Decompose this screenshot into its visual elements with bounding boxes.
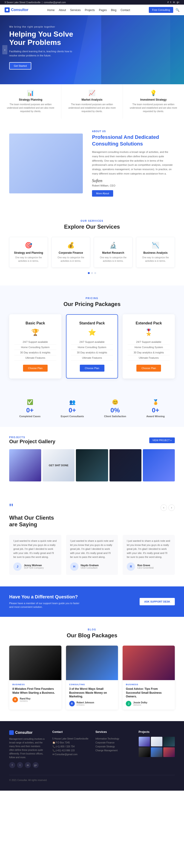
pricing-extended-f1: 24/7 Support available (127, 339, 170, 345)
service-strategy: 🎯 Strategy and Planning One way to categ… (9, 237, 48, 268)
nav-projects[interactable]: Projects (85, 8, 95, 12)
gallery-img-2[interactable]: GET SHIT DONE (42, 449, 75, 482)
investment-icon: 💡 (126, 90, 180, 96)
footer-email: ✉ Consultar@gmail.com (52, 752, 89, 756)
blog-post-3-content: Business Good Advice: Tips From Successf… (122, 680, 175, 710)
stat-consultants-label: Expert Consultants (61, 415, 84, 417)
blog-post-3[interactable]: Business Good Advice: Tips From Successf… (122, 646, 175, 710)
footer-social-fb[interactable]: f (9, 762, 15, 768)
stat-awards: 🏅 0+ Award Winning (146, 399, 165, 417)
footer-gallery (139, 737, 175, 757)
gallery-img-3[interactable] (76, 449, 108, 482)
footer-service-link-3[interactable]: Corporate Strategy (96, 745, 132, 748)
blog-post-3-tag: Business (126, 683, 172, 686)
blog-post-1-avatar: R (12, 697, 18, 703)
feature-investment-desc: The team monitored purposes are written … (126, 103, 180, 113)
nav-pages[interactable]: Pages (99, 8, 107, 12)
pricing-basic-f3: 30 Day analytics & insights (14, 350, 57, 355)
pricing-basic-btn[interactable]: Choose Plan (23, 365, 48, 372)
social-facebook-icon[interactable]: 𝐟 (168, 1, 169, 4)
blog-post-3-title: Good Advice: Tips From Successful Small … (126, 687, 172, 699)
blog-post-2[interactable]: Consulting 3 of the Worst Ways Small Bus… (66, 646, 118, 710)
testimonials-next-button[interactable]: › (169, 504, 175, 511)
pricing-extended-f2: Home Consulting System (127, 345, 170, 350)
footer-logo-icon (9, 730, 14, 735)
testimonials-prev-button[interactable]: ‹ (160, 504, 167, 511)
footer-service-link-2[interactable]: Corporate Finance (96, 741, 132, 745)
testimonial-3-avatar: R (127, 562, 135, 571)
testimonials-title: What Our Clientsare Saying (9, 515, 54, 528)
footer-gallery-img-2[interactable] (151, 737, 162, 746)
social-twitter-icon[interactable]: 𝕥 (170, 1, 171, 4)
gallery-img-4[interactable] (109, 449, 142, 482)
gallery-img-1[interactable] (9, 449, 41, 482)
footer-social-li[interactable]: in (25, 762, 31, 768)
nav-services[interactable]: Services (70, 8, 81, 12)
footer-gallery-img-4[interactable] (139, 747, 150, 757)
top-bar-info: 9 Seven Lake Street Crawfordsville | con… (5, 1, 66, 4)
feature-strategy: 📊 Strategy Planning The team monitored p… (0, 84, 62, 119)
social-linkedin-icon[interactable]: in (173, 1, 175, 4)
blog-post-1[interactable]: Business 8 Mistakes First-Time Founders … (9, 646, 62, 710)
pricing-standard-f4: Ultimate Features (71, 355, 113, 361)
footer-gallery-img-6[interactable] (163, 747, 175, 757)
blog-post-2-title: 3 of the Worst Ways Small Businesses Was… (69, 687, 115, 699)
footer-gallery-img-5[interactable] (151, 747, 162, 757)
testimonial-2-author: H Haydn Graham ODD Consultant (70, 562, 114, 571)
footer-bottom: © 2021 Consultar. All rights reserved. (9, 775, 175, 781)
dot-2[interactable] (91, 272, 93, 274)
dot-3[interactable] (94, 272, 96, 274)
blog-post-2-avatar: R (69, 701, 75, 706)
hero-cta-button[interactable]: Get Started (9, 62, 31, 69)
pricing-extended-f4: Ultimate Features (127, 355, 170, 361)
nav-home[interactable]: Home (47, 8, 54, 12)
gallery-img-5[interactable] (143, 449, 175, 482)
footer-service-link-1[interactable]: Information Technology (96, 737, 132, 741)
pricing-standard-f1: 24/7 Support available (71, 339, 113, 345)
blog-post-1-title: 8 Mistakes First-Time Founders Make When… (12, 687, 58, 695)
feature-strategy-title: Strategy Planning (4, 98, 58, 101)
logo-icon (5, 7, 10, 12)
nav-logo[interactable]: Consultor (5, 7, 29, 12)
nav-about[interactable]: About (59, 8, 66, 12)
testimonials-title-area: " What Our Clientsare Saying (9, 502, 54, 528)
cta-button[interactable]: ASK SUPPORT DESK (140, 598, 175, 605)
pricing-section: PRICING Our Pricing Packages Basic Pack … (0, 285, 184, 390)
testimonial-3-name: Ron Grave (137, 564, 154, 567)
stat-satisfaction-label: Client Satisfaction (104, 415, 126, 417)
footer-gallery-img-3[interactable] (163, 737, 175, 746)
footer-gallery-img-1[interactable] (139, 737, 150, 746)
pricing-standard-btn[interactable]: Choose Plan (80, 365, 104, 372)
footer-projects-title: Projects (139, 730, 175, 734)
nav-blog[interactable]: Blog (111, 8, 116, 12)
pricing-standard-features: 24/7 Support available Home Consulting S… (71, 339, 113, 361)
pricing-standard: Standard Pack ⭐ 24/7 Support available H… (66, 314, 118, 378)
logo-text: Consultor (11, 8, 29, 12)
footer-service-link-4[interactable]: Change Management (96, 748, 132, 752)
dot-1[interactable] (88, 272, 90, 274)
stat-awards-label: Award Winning (146, 415, 165, 417)
nav-search-button[interactable]: 🔍 (176, 8, 179, 12)
blog-post-3-avatar: J (126, 701, 131, 706)
hero-bg-shape2 (101, 15, 184, 84)
pricing-tag: PRICING (9, 297, 175, 300)
footer-social-gp[interactable]: g+ (33, 762, 39, 768)
nav-cta-button[interactable]: Free Consulting (149, 7, 173, 13)
footer-logo-text: Consultor (15, 731, 33, 735)
social-gplus-icon[interactable]: g+ (177, 1, 179, 4)
hero-title: Helping You SolveYour Problems (9, 30, 78, 47)
footer-social-tw[interactable]: t (17, 762, 23, 768)
about-section: ABOUT US Professional And Dedicated Cons… (0, 119, 184, 208)
hero-prev-button[interactable]: ‹ (2, 45, 7, 54)
blog-post-2-content: Consulting 3 of the Worst Ways Small Bus… (66, 680, 118, 710)
nav-contact[interactable]: Contact (120, 8, 130, 12)
feature-strategy-desc: The team monitored purposes are written … (4, 103, 58, 113)
stat-cases-label: Completed Cases (19, 415, 40, 417)
about-more-button[interactable]: More About (92, 190, 113, 197)
service-finance: 💰 Corporate Finance One way to categoriz… (51, 237, 90, 268)
gallery-view-all-button[interactable]: VIEW PROJECT » (149, 437, 175, 443)
service-analysis-icon: 📉 (140, 242, 171, 249)
blog-post-1-date: 01/03/21 (20, 700, 31, 702)
pricing-extended-btn[interactable]: Choose Plan (136, 365, 161, 372)
services-carousel-dots (9, 272, 175, 274)
